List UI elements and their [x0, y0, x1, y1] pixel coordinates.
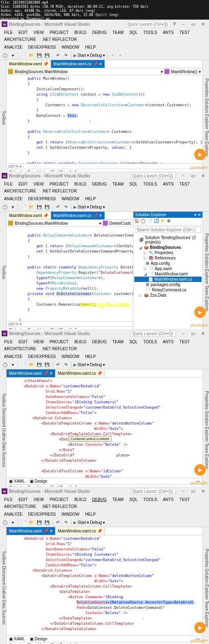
solution-explorer[interactable]: Solution Explorer▾ ✕ 🏠◯📄🔄📁⚙ 🗐 Solution '… [133, 212, 202, 333]
close-icon[interactable]: ✕ [99, 62, 102, 66]
sol-node[interactable]: 🗐 Solution 'BindingSources' (2 projects) [134, 235, 202, 245]
mediainfo-overlay: File: 20150922002809.mp4 Size: 53083583 … [0, 0, 149, 22]
debug-config[interactable]: Debug [90, 53, 102, 58]
doc-tabs[interactable]: MainWindow.xaml📌MainWindow.xaml.cs📌✕ [7, 60, 202, 68]
start-button[interactable]: Start [78, 53, 86, 58]
home-icon[interactable]: 🏠 [134, 219, 140, 224]
proj-node[interactable]: ◢📦 BindingSources [134, 245, 202, 250]
breadcrumb[interactable]: BindingSources.MainWindow▾MainWindow()▾ [7, 68, 202, 75]
tab-xaml[interactable]: MainWindow.xaml📌✕ [7, 369, 56, 377]
menubar2[interactable]: ANALYZEDEVEXPRESSWINDOWHELP [0, 43, 209, 51]
pin-icon[interactable]: 📌 [93, 62, 98, 66]
toolbar[interactable]: ◯▾📄📂💾💾↶↷▶Start▾Debug▾▫▫ [0, 51, 209, 60]
redo-icon[interactable]: ↷ [62, 52, 69, 59]
pin-icon[interactable]: 📌 [43, 62, 48, 66]
tab-cs[interactable]: MainWindow.xaml.cs📌 [56, 527, 105, 535]
code-editor[interactable]: public RelayCommand<Customer> DeleteCust… [7, 227, 133, 321]
restore-icon[interactable]: ▭ [189, 20, 198, 28]
tab-cs[interactable]: MainWindow.xaml.cs📌 [56, 369, 105, 377]
minimize-icon[interactable]: − [179, 20, 188, 28]
toolbox-tab[interactable]: Toolbox [0, 60, 7, 175]
new-icon[interactable]: 📄 [20, 52, 27, 59]
save-icon[interactable]: 💾 [36, 52, 42, 59]
play-icon[interactable]: ▶ [73, 53, 77, 58]
window-title: BindingSources - Microsoft Visual Studio [9, 22, 126, 27]
sol-search[interactable] [135, 227, 201, 233]
help-icon[interactable]: ? [173, 22, 176, 27]
saveall-icon[interactable]: 💾 [44, 52, 50, 59]
back-icon[interactable]: ◯ [2, 52, 8, 59]
tab-xaml[interactable]: MainWindow.xaml📌✕ [7, 527, 56, 535]
tab-xaml[interactable]: MainWindow.xaml📌 [7, 60, 51, 68]
solexp-title: Solution Explorer [135, 212, 166, 217]
code-editor[interactable]: </StackPanel> <DataGrid x:Name="customer… [7, 378, 202, 478]
pluralsight-logo: pluralsight [191, 165, 207, 170]
menubar[interactable]: FILEEDITVIEWPROJECTBUILDDEBUGTEAMSQLTOOL… [0, 29, 209, 43]
open-icon[interactable]: 📂 [28, 52, 35, 59]
designer-tabs[interactable]: ▣ XAML▣ Design▫▫▫ [7, 478, 202, 484]
undo-icon[interactable]: ↶ [55, 52, 61, 59]
tab-cs[interactable]: MainWindow.xaml.cs📌✕ [51, 212, 105, 219]
tooltip: ContentControl.Content [69, 436, 111, 442]
vs-icon: ∞ [2, 21, 7, 27]
code-editor[interactable]: <DataGrid x:Name="customerDataGrid" Grid… [7, 535, 202, 635]
sel-file[interactable]: 📄 MainWindow.xaml.cs [134, 277, 202, 282]
code-editor[interactable]: public MainWindow() { InitializeComponen… [7, 75, 202, 163]
tab-xaml[interactable]: MainWindow.xaml📌 [7, 212, 51, 219]
close-icon[interactable]: ✕ [198, 20, 207, 28]
play-overlay-icon[interactable] [194, 149, 206, 160]
tab-cs[interactable]: MainWindow.xaml.cs📌✕ [51, 60, 105, 68]
